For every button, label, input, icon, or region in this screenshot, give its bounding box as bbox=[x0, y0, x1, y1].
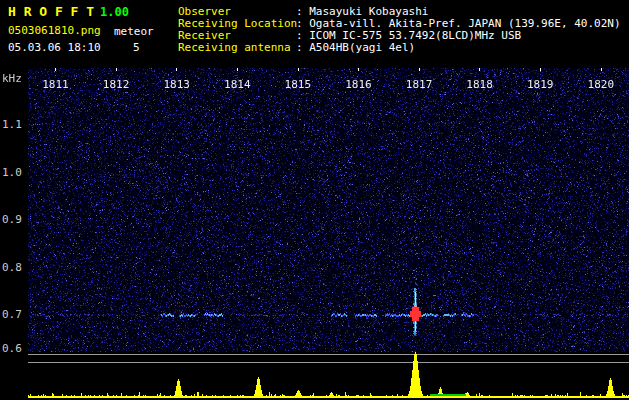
y-tick-label: 1.1 bbox=[2, 118, 22, 131]
x-tick-label: 1818 bbox=[466, 78, 492, 91]
info-value: : A504HB(yagi 4el) bbox=[296, 42, 415, 54]
x-tick-label: 1812 bbox=[103, 78, 129, 91]
echo-count: 5 bbox=[133, 41, 140, 54]
app-title: H R O F F T bbox=[8, 4, 94, 19]
x-tick-label: 1817 bbox=[406, 78, 432, 91]
app-version: 1.00 bbox=[100, 5, 129, 19]
observation-datetime: 05.03.06 18:10 bbox=[8, 41, 101, 54]
y-tick-label: 0.9 bbox=[2, 213, 22, 226]
x-tick-label: 1819 bbox=[527, 78, 553, 91]
y-tick-label: 1.0 bbox=[2, 166, 22, 179]
output-filename: 0503061810.png bbox=[8, 24, 101, 37]
y-tick-label: 0.6 bbox=[2, 342, 22, 355]
info-row-antenna: Receiving antenna: A504HB(yagi 4el) bbox=[178, 42, 621, 54]
x-tick-label: 1816 bbox=[345, 78, 371, 91]
y-tick-label: kHz bbox=[2, 72, 22, 85]
y-tick-label: 0.8 bbox=[2, 261, 22, 274]
x-tick-label: 1815 bbox=[285, 78, 311, 91]
x-tick-label: 1814 bbox=[224, 78, 250, 91]
x-tick-label: 1820 bbox=[588, 78, 614, 91]
spectrogram-canvas bbox=[28, 68, 629, 400]
info-label: Receiving antenna bbox=[178, 42, 296, 54]
x-tick-label: 1813 bbox=[163, 78, 189, 91]
x-tick-label: 1811 bbox=[42, 78, 68, 91]
y-tick-label: 0.7 bbox=[2, 308, 22, 321]
mode-label: meteor bbox=[114, 25, 154, 38]
hrofft-window: H R O F F T 1.00 0503061810.png meteor 0… bbox=[0, 0, 629, 400]
observer-info: Observer: Masayuki Kobayashi Receiving L… bbox=[178, 6, 621, 54]
